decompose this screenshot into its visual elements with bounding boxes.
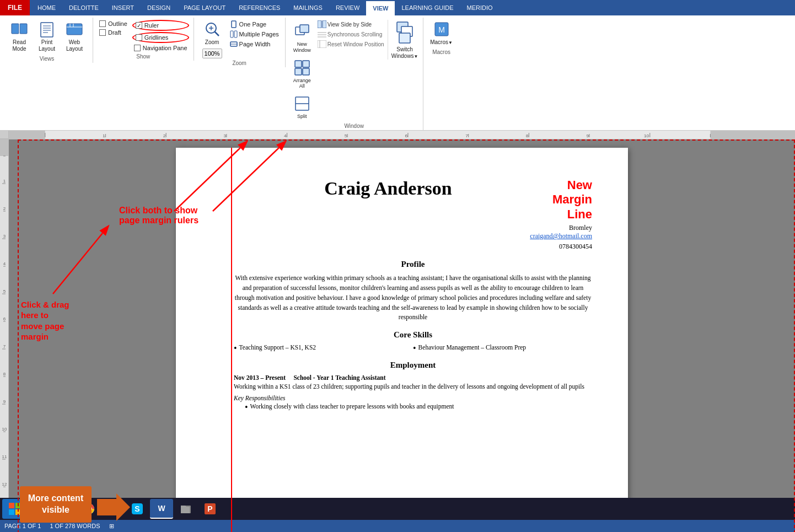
taskbar: E e S W bbox=[0, 498, 795, 520]
svg-text:12: 12 bbox=[2, 482, 7, 487]
svg-line-13 bbox=[214, 31, 219, 36]
svg-text:W: W bbox=[158, 504, 165, 513]
core-skill-1: Teaching Support – KS1, KS2 bbox=[239, 344, 316, 351]
read-mode-button[interactable]: Read Mode bbox=[6, 18, 33, 54]
tab-design[interactable]: DESIGN bbox=[141, 0, 177, 15]
arrange-all-label: Arrange All bbox=[291, 78, 313, 90]
svg-text:2: 2 bbox=[163, 133, 166, 138]
tab-review[interactable]: REVIEW bbox=[329, 0, 366, 15]
views-buttons: Read Mode Print Layout bbox=[6, 18, 88, 54]
view-side-button[interactable]: View Side by Side bbox=[316, 20, 385, 29]
reset-window-icon bbox=[318, 40, 326, 48]
window-col2: View Side by Side Synchronous Scrolling … bbox=[316, 18, 385, 49]
skype-button[interactable]: S bbox=[126, 499, 149, 519]
page-width-button[interactable]: Page Width bbox=[228, 40, 281, 49]
tab-view[interactable]: VIEW bbox=[366, 0, 395, 15]
red-arrow-left bbox=[20, 211, 130, 310]
svg-text:5: 5 bbox=[345, 133, 347, 138]
nav-pane-label: Navigation Pane bbox=[143, 45, 187, 51]
macros-group-label: Macros bbox=[428, 47, 455, 56]
nav-pane-checkbox[interactable] bbox=[134, 45, 141, 51]
switch-windows-button[interactable]: Switch Windows▼ bbox=[388, 20, 418, 60]
macros-button[interactable]: M Macros▼ bbox=[428, 18, 455, 47]
one-page-button[interactable]: One Page bbox=[228, 20, 281, 29]
new-window-button[interactable]: New Window bbox=[290, 20, 314, 55]
svg-rect-99 bbox=[9, 503, 14, 508]
emp1-bullet1: Working closely with class teacher to pr… bbox=[250, 403, 454, 410]
tab-references[interactable]: REFERENCES bbox=[232, 0, 287, 15]
svg-text:3: 3 bbox=[223, 133, 226, 138]
web-layout-icon bbox=[65, 19, 84, 39]
svg-text:11: 11 bbox=[2, 454, 7, 459]
outline-checkbox[interactable] bbox=[99, 20, 106, 27]
emp1-desc: Working within a KS1 class of 23 childre… bbox=[234, 382, 592, 391]
gridlines-checkbox[interactable] bbox=[136, 34, 142, 41]
folder-button[interactable] bbox=[174, 499, 197, 519]
svg-text:1: 1 bbox=[103, 133, 105, 138]
svg-text:S: S bbox=[135, 504, 139, 513]
svg-point-106 bbox=[87, 507, 91, 511]
ppt-button[interactable]: P bbox=[198, 499, 222, 519]
tab-deloitte[interactable]: DELOITTE bbox=[62, 0, 105, 15]
outline-button[interactable]: Outline bbox=[98, 20, 129, 28]
profile-title: Profile bbox=[234, 260, 592, 269]
svg-rect-26 bbox=[303, 68, 309, 75]
draft-button[interactable]: Draft bbox=[98, 29, 129, 36]
view-side-label: View Side by Side bbox=[327, 22, 372, 28]
svg-rect-16 bbox=[232, 21, 236, 28]
arrange-all-icon bbox=[292, 58, 312, 78]
svg-rect-22 bbox=[300, 25, 309, 33]
zoom-button[interactable]: Zoom bbox=[198, 18, 226, 47]
ie-button[interactable]: e bbox=[101, 499, 125, 519]
file-explorer-button[interactable] bbox=[29, 499, 52, 519]
svg-rect-18 bbox=[234, 31, 237, 37]
ruler-button[interactable]: ✓ Ruler bbox=[132, 20, 189, 31]
tab-pagelayout[interactable]: PAGE LAYOUT bbox=[177, 0, 232, 15]
skype-icon: S bbox=[131, 502, 144, 515]
contact-right: Bromley craigand@hotmail.com 0784300454 bbox=[530, 224, 592, 251]
gridlines-button[interactable]: Gridlines bbox=[132, 32, 189, 43]
emp1-bullet: • bbox=[245, 403, 248, 412]
svg-text:P: P bbox=[207, 504, 212, 513]
zoom-100-button[interactable]: 100% bbox=[202, 49, 222, 58]
web-layout-button[interactable]: Web Layout bbox=[61, 18, 88, 54]
phone: 0784300454 bbox=[530, 243, 592, 251]
ppt-icon: P bbox=[203, 502, 217, 515]
ruler-checkbox[interactable]: ✓ bbox=[136, 22, 142, 29]
document-page: Craig Anderson NewMarginLine Bromley cra… bbox=[176, 148, 628, 532]
nav-pane-button[interactable]: Navigation Pane bbox=[132, 44, 189, 52]
word-button[interactable]: W bbox=[150, 499, 173, 519]
draft-checkbox[interactable] bbox=[99, 29, 106, 36]
tab-file[interactable]: FILE bbox=[0, 0, 30, 15]
tab-insert[interactable]: INSERT bbox=[105, 0, 141, 15]
svg-text:1: 1 bbox=[3, 179, 6, 184]
emp1: Nov 2013 – Present School - Year 1 Teach… bbox=[234, 374, 592, 412]
words-status: 1 OF 278 WORDS bbox=[50, 523, 100, 529]
svg-text:7: 7 bbox=[3, 344, 6, 349]
document-name: Craig Anderson bbox=[234, 178, 542, 199]
sync-scroll-button[interactable]: Synchronous Scrolling bbox=[316, 30, 385, 39]
chrome-button[interactable] bbox=[77, 499, 100, 519]
tab-home[interactable]: HOME bbox=[31, 0, 62, 15]
start-button[interactable] bbox=[2, 499, 28, 519]
split-button[interactable]: Split bbox=[290, 92, 314, 121]
green-app-icon: E bbox=[58, 502, 71, 515]
reset-window-button[interactable]: Reset Window Position bbox=[316, 40, 385, 49]
green-app-button[interactable]: E bbox=[53, 499, 76, 519]
macros-label: Macros▼ bbox=[430, 39, 453, 46]
show-col2: ✓ Ruler Gridlines Navigation Pane bbox=[132, 18, 189, 52]
tab-learningguide[interactable]: LEARNING GUIDE bbox=[395, 0, 460, 15]
tab-bar: FILE HOME DELOITTE INSERT DESIGN PAGE LA… bbox=[0, 0, 795, 15]
core-skill-1-item: • Teaching Support – KS1, KS2 bbox=[234, 344, 413, 353]
tab-mailings[interactable]: MAILINGS bbox=[287, 0, 329, 15]
tab-meridio[interactable]: MERIDIO bbox=[460, 0, 499, 15]
multiple-pages-button[interactable]: Multiple Pages bbox=[228, 30, 281, 39]
page-status: PAGE 1 OF 1 bbox=[4, 523, 41, 529]
view-side-icon bbox=[318, 20, 326, 28]
print-layout-button[interactable]: Print Layout bbox=[33, 18, 61, 54]
print-layout-icon bbox=[37, 19, 57, 39]
svg-text:6: 6 bbox=[405, 133, 407, 138]
emp1-date: Nov 2013 – Present bbox=[234, 374, 286, 381]
arrange-all-button[interactable]: Arrange All bbox=[290, 56, 314, 92]
vertical-ruler: 1 2 3 4 5 6 7 8 9 10 11 12 13 bbox=[0, 139, 9, 532]
